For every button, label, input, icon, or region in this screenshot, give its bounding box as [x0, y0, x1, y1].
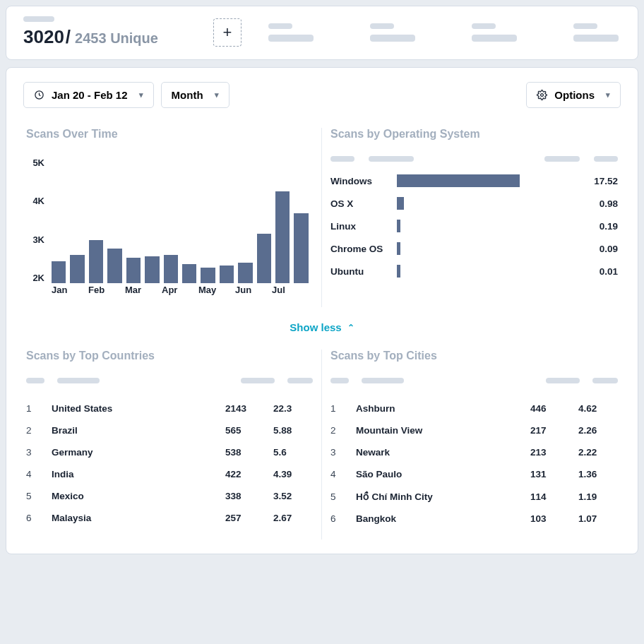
os-row: OS X0.98	[330, 197, 618, 210]
name-cell: Malaysia	[52, 507, 225, 529]
os-row: Ubuntu0.01	[330, 265, 618, 278]
pct-cell: 1.07	[578, 508, 618, 530]
table-row: 5Mexico3383.52	[26, 485, 313, 507]
header-placeholders	[268, 23, 621, 42]
date-range-selector[interactable]: Jan 20 - Feb 12 ▾	[23, 82, 154, 108]
count-cell: 131	[530, 463, 578, 485]
count-cell: 213	[530, 441, 578, 463]
name-cell: United States	[52, 398, 225, 419]
count-cell: 446	[530, 398, 578, 419]
table-row: 2Mountain View2172.26	[330, 419, 618, 441]
plus-icon: +	[222, 23, 232, 42]
add-widget-button[interactable]: +	[213, 18, 242, 47]
os-row: Linux0.19	[330, 220, 618, 232]
show-less-button[interactable]: Show less ⌃	[290, 321, 354, 333]
os-value: 0.19	[583, 221, 618, 232]
chevron-up-icon: ⌃	[347, 323, 354, 333]
count-cell: 538	[225, 441, 273, 463]
name-cell: Hồ Chí Minh City	[356, 485, 530, 508]
options-label: Options	[554, 89, 595, 101]
x-tick: Apr	[162, 285, 198, 297]
rank-cell: 4	[330, 463, 356, 485]
name-cell: Bangkok	[356, 508, 530, 530]
bar	[201, 268, 215, 284]
x-tick: Jun	[235, 285, 272, 297]
table-row: 4India4224.39	[26, 463, 313, 485]
os-value: 0.98	[583, 198, 618, 209]
os-label: Windows	[330, 176, 387, 186]
y-axis: 5K4K3K2K	[26, 156, 44, 283]
os-value: 17.52	[583, 176, 618, 186]
os-bar-track	[397, 197, 573, 210]
y-tick: 2K	[26, 273, 44, 283]
summary-title: 3020/ 2453 Unique	[23, 26, 158, 48]
os-bar-fill	[397, 265, 400, 278]
os-label: OS X	[330, 198, 387, 209]
panel-scans-over-time: Scans Over Time 5K4K3K2K JanFebMarAprMay…	[23, 128, 322, 307]
unique-count: 2453 Unique	[75, 30, 158, 47]
granularity-label: Month	[172, 89, 203, 101]
os-bar-track	[397, 220, 573, 232]
options-button[interactable]: Options ▾	[526, 82, 621, 108]
name-cell: São Paulo	[356, 463, 530, 485]
panel-title: Scans by Operating System	[330, 128, 618, 141]
table-header-placeholders	[26, 378, 313, 383]
x-axis: JanFebMarAprMayJunJul	[52, 285, 309, 297]
pct-cell: 2.26	[578, 419, 618, 441]
os-row: Chrome OS0.09	[330, 242, 618, 255]
clock-icon	[34, 90, 44, 100]
count-cell: 422	[225, 463, 273, 485]
rank-cell: 1	[330, 398, 356, 419]
rank-cell: 1	[26, 398, 52, 419]
table-row: 3Newark2132.22	[330, 441, 618, 463]
x-tick: Jan	[52, 285, 88, 297]
bar	[145, 256, 159, 283]
rank-cell: 5	[330, 485, 356, 508]
bar	[257, 234, 271, 283]
bar	[182, 264, 196, 283]
table-header-placeholders	[330, 378, 618, 383]
os-label: Linux	[330, 221, 387, 232]
bar	[52, 261, 66, 284]
pct-cell: 22.3	[273, 398, 313, 419]
granularity-selector[interactable]: Month ▾	[161, 82, 229, 108]
panel-scans-by-cities: Scans by Top Cities 1Ashburn4464.622Moun…	[322, 350, 621, 539]
rank-cell: 2	[330, 419, 356, 441]
name-cell: Brazil	[52, 419, 225, 441]
name-cell: Newark	[356, 441, 530, 463]
gear-icon	[537, 90, 547, 100]
pct-cell: 4.39	[273, 463, 313, 485]
table-row: 1United States214322.3	[26, 398, 313, 419]
os-bar-fill	[397, 197, 404, 210]
os-bar-track	[397, 265, 573, 278]
rank-cell: 6	[26, 507, 52, 529]
countries-table: 1United States214322.32Brazil5655.883Ger…	[26, 398, 313, 529]
bar	[89, 240, 103, 283]
bar	[275, 191, 290, 284]
bar-chart: 5K4K3K2K JanFebMarAprMayJunJul	[26, 156, 313, 297]
y-tick: 4K	[26, 196, 44, 206]
os-label: Ubuntu	[330, 266, 387, 277]
count-cell: 565	[225, 419, 273, 441]
os-bar-track	[397, 242, 573, 255]
svg-point-1	[541, 94, 544, 97]
table-row: 3Germany5385.6	[26, 441, 313, 463]
y-tick: 5K	[26, 157, 44, 168]
placeholder	[23, 16, 54, 22]
count-cell: 338	[225, 485, 273, 507]
rank-cell: 6	[330, 508, 356, 530]
table-row: 4São Paulo1311.36	[330, 463, 618, 485]
placeholder	[370, 23, 415, 42]
panel-scans-by-os: Scans by Operating System Windows17.52OS…	[322, 128, 621, 307]
panel-title: Scans by Top Cities	[330, 350, 618, 362]
placeholder	[472, 23, 517, 42]
date-range-label: Jan 20 - Feb 12	[52, 89, 128, 101]
panel-title: Scans by Top Countries	[26, 350, 313, 362]
slash: /	[66, 26, 71, 48]
summary-totals: 3020/ 2453 Unique	[23, 16, 158, 48]
rank-cell: 2	[26, 419, 52, 441]
pct-cell: 5.6	[273, 441, 313, 463]
panel-title: Scans Over Time	[26, 128, 313, 141]
table-row: 1Ashburn4464.62	[330, 398, 618, 419]
pct-cell: 5.88	[273, 419, 313, 441]
